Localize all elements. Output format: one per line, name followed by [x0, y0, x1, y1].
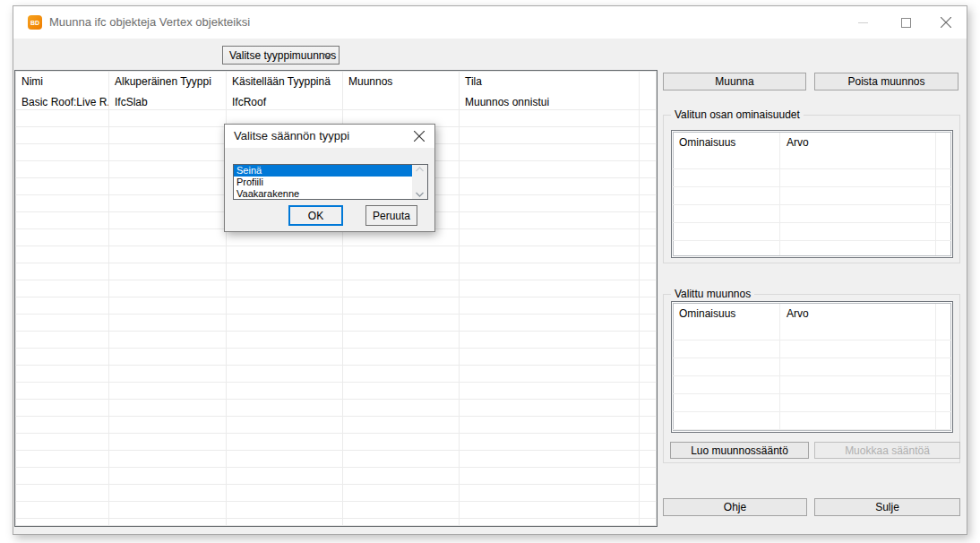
- screen: BD Muunna ifc objekteja Vertex objekteik…: [0, 0, 980, 543]
- app-window: BD Muunna ifc objekteja Vertex objekteik…: [13, 5, 967, 535]
- type-conversion-dropdown[interactable]: Valitse tyyppimuunnos: [222, 46, 340, 65]
- ohje-button[interactable]: Ohje: [663, 498, 807, 516]
- scroll-up-icon[interactable]: [416, 167, 424, 172]
- close-icon: [941, 17, 951, 28]
- column-header-kasitellaan-tyyppina[interactable]: Käsitellään Tyyppinä: [226, 73, 342, 91]
- dialog-title: Valitse säännön tyyppi: [234, 125, 349, 148]
- column-header-nimi[interactable]: Nimi: [15, 73, 108, 91]
- list-item-vaakarakenne[interactable]: Vaakarakenne: [234, 188, 412, 200]
- type-conversion-dropdown-value: Valitse tyyppimuunnos: [229, 49, 336, 62]
- column-header-alkuperainen-tyyppi[interactable]: Alkuperäinen Tyyppi: [108, 73, 226, 91]
- scroll-down-icon[interactable]: [416, 192, 424, 197]
- rule-type-listbox[interactable]: Seinä Profiili Vaakarakenne: [233, 164, 428, 200]
- column-header-tila[interactable]: Tila: [459, 73, 639, 91]
- muokkaa-saantoa-button: Muokkaa sääntöä: [814, 442, 960, 459]
- cell-nimi: Basic Roof:Live R...: [15, 94, 108, 110]
- close-button[interactable]: [932, 9, 960, 36]
- poista-muunnos-button[interactable]: Poista muunnos: [814, 73, 959, 90]
- chevron-down-icon: [323, 53, 332, 58]
- column-header-ominaisuus[interactable]: Ominaisuus: [672, 134, 779, 151]
- sulje-button[interactable]: Sulje: [814, 498, 960, 516]
- rule-type-dialog: Valitse säännön tyyppi Seinä Profiili Va…: [224, 124, 435, 232]
- app-icon: BD: [28, 15, 42, 30]
- conversion-table-header: Ominaisuus Arvo: [672, 306, 952, 322]
- window-title: Muunna ifc objekteja Vertex objekteiksi: [49, 6, 250, 39]
- muunna-button[interactable]: Muunna: [663, 73, 806, 90]
- selected-part-properties-title: Valitun osan ominaisuudet: [671, 108, 804, 121]
- close-icon: [414, 131, 425, 142]
- table-gridlines: [672, 323, 952, 432]
- column-header-muunnos[interactable]: Muunnos: [342, 73, 459, 91]
- dialog-titlebar: Valitse säännön tyyppi: [225, 125, 434, 148]
- list-item-profiili[interactable]: Profiili: [234, 177, 412, 188]
- luo-muunnossaanto-button[interactable]: Luo muunnossääntö: [670, 442, 809, 459]
- selected-conversion-table[interactable]: Ominaisuus Arvo: [671, 301, 953, 433]
- minimize-icon: [858, 18, 868, 28]
- cell-kasitellaan-tyyppina: IfcRoof: [226, 94, 342, 110]
- minimize-button[interactable]: [848, 9, 877, 36]
- column-header-arvo[interactable]: Arvo: [779, 134, 935, 151]
- titlebar: BD Muunna ifc objekteja Vertex objekteik…: [13, 6, 967, 39]
- ok-button[interactable]: OK: [288, 205, 343, 226]
- cell-tila: Muunnos onnistui: [459, 94, 639, 110]
- selected-conversion-title: Valittu muunnos: [671, 288, 754, 300]
- peruuta-button[interactable]: Peruuta: [365, 205, 417, 226]
- cell-muunnos: [342, 94, 459, 110]
- column-header-ominaisuus[interactable]: Ominaisuus: [672, 306, 779, 322]
- selected-part-properties-table[interactable]: Ominaisuus Arvo: [671, 130, 953, 258]
- listbox-scrollbar[interactable]: [412, 165, 427, 199]
- table-row[interactable]: Basic Roof:Live R... IfcSlab IfcRoof Muu…: [15, 94, 657, 110]
- properties-table-header: Ominaisuus Arvo: [672, 134, 952, 151]
- cell-alkuperainen-tyyppi: IfcSlab: [108, 94, 226, 110]
- objects-table-header: Nimi Alkuperäinen Tyyppi Käsitellään Tyy…: [15, 73, 657, 91]
- table-gridlines: [672, 151, 952, 257]
- maximize-button[interactable]: [891, 9, 920, 36]
- column-header-arvo[interactable]: Arvo: [779, 306, 935, 322]
- dialog-close-button[interactable]: [409, 127, 429, 145]
- maximize-icon: [901, 18, 911, 28]
- list-item-seina[interactable]: Seinä: [234, 165, 412, 177]
